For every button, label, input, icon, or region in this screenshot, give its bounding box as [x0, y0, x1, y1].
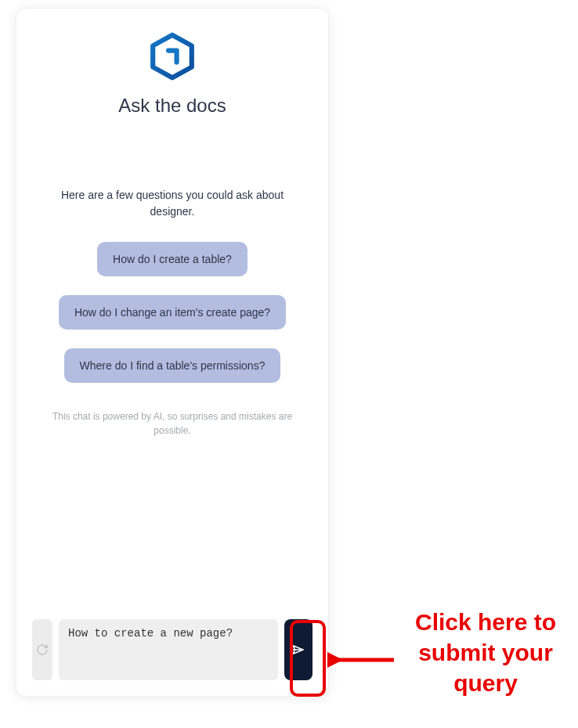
- disclaimer-text: This chat is powered by AI, so surprises…: [32, 409, 312, 438]
- reload-button[interactable]: [32, 619, 52, 680]
- ask-docs-panel: Ask the docs Here are a few questions yo…: [16, 8, 329, 697]
- query-input[interactable]: [59, 619, 278, 680]
- refresh-icon: [36, 643, 49, 656]
- input-row: [32, 619, 312, 680]
- suggestion-list: How do I create a table? How do I change…: [32, 242, 312, 383]
- suggestion-item[interactable]: Where do I find a table's permissions?: [64, 348, 281, 383]
- svg-marker-0: [153, 35, 192, 78]
- page-title: Ask the docs: [118, 95, 226, 117]
- annotation-arrow-icon: [327, 648, 398, 672]
- hexagon-logo-icon: [148, 32, 197, 81]
- suggestion-item[interactable]: How do I create a table?: [97, 242, 247, 276]
- intro-text: Here are a few questions you could ask a…: [32, 187, 312, 220]
- header: Ask the docs: [32, 32, 312, 117]
- send-icon: [291, 643, 305, 657]
- suggestion-item[interactable]: How do I change an item's create page?: [59, 295, 286, 330]
- annotation-text: Click here to submit your query: [399, 607, 572, 698]
- send-button[interactable]: [284, 619, 312, 680]
